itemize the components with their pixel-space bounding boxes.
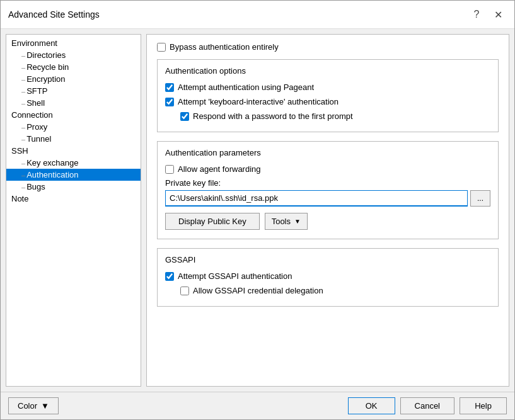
pageant-checkbox[interactable]: [165, 83, 174, 92]
auth-options-title: Authentication options: [165, 66, 490, 76]
sidebar-item-bugs[interactable]: –Bugs: [6, 181, 141, 193]
action-buttons-row: Display Public Key Tools ▼: [165, 213, 490, 230]
sidebar-item-directories[interactable]: –Directories: [6, 49, 141, 61]
gssapi-delegation-label: Allow GSSAPI credential delegation: [193, 286, 323, 295]
sidebar-item-label-directories: Directories: [26, 50, 66, 60]
sidebar-item-label-sftp: SFTP: [26, 86, 47, 96]
sidebar-item-label-encryption: Encryption: [26, 74, 65, 84]
keyboard-checkbox[interactable]: [165, 98, 174, 106]
footer-left: Color ▼: [8, 397, 59, 414]
gssapi-delegation-row: Allow GSSAPI credential delegation: [180, 285, 490, 296]
sidebar-item-connection[interactable]: Connection: [6, 109, 141, 121]
sidebar-item-ssh[interactable]: SSH: [6, 145, 141, 157]
sidebar-item-label-bugs: Bugs: [26, 182, 45, 191]
agent-forwarding-checkbox[interactable]: [165, 165, 174, 174]
content-area: Environment–Directories–Recycle bin–Encr…: [1, 29, 514, 392]
file-input-row: ...: [165, 190, 490, 207]
browse-button[interactable]: ...: [470, 190, 490, 207]
sidebar-item-sftp[interactable]: –SFTP: [6, 85, 141, 97]
tools-button[interactable]: Tools ▼: [265, 213, 308, 230]
agent-forwarding-label: Allow agent forwarding: [178, 164, 261, 174]
auth-params-section: Authentication parameters Allow agent fo…: [157, 141, 499, 239]
dialog-title: Advanced Site Settings: [8, 9, 100, 20]
sidebar-item-label-tunnel: Tunnel: [26, 134, 51, 144]
auth-params-title: Authentication parameters: [165, 148, 490, 157]
pageant-row: Attempt authentication using Pageant: [165, 82, 490, 93]
sidebar-item-label-note: Note: [11, 194, 28, 203]
sidebar-item-label-connection: Connection: [11, 110, 53, 120]
password-label: Respond with a password to the first pro…: [193, 111, 353, 121]
sidebar: Environment–Directories–Recycle bin–Encr…: [6, 34, 141, 387]
sidebar-item-label-authentication: Authentication: [26, 170, 78, 179]
main-panel: Bypass authentication entirely Authentic…: [146, 34, 509, 387]
gssapi-section: GSSAPI Attempt GSSAPI authentication All…: [157, 248, 499, 307]
sidebar-item-shell[interactable]: –Shell: [6, 97, 141, 109]
display-public-key-button[interactable]: Display Public Key: [165, 213, 260, 230]
gssapi-attempt-row: Attempt GSSAPI authentication: [165, 271, 490, 281]
keyboard-row: Attempt 'keyboard-interactive' authentic…: [165, 96, 490, 107]
sidebar-item-encryption[interactable]: –Encryption: [6, 73, 141, 85]
sidebar-item-label-shell: Shell: [26, 98, 45, 108]
color-label: Color: [18, 401, 37, 411]
agent-forwarding-row: Allow agent forwarding: [165, 164, 490, 174]
color-button[interactable]: Color ▼: [8, 397, 59, 414]
sidebar-item-label-recycle-bin: Recycle bin: [26, 62, 69, 72]
cancel-button[interactable]: Cancel: [400, 397, 454, 414]
color-dropdown-arrow: ▼: [41, 401, 49, 411]
bypass-checkbox[interactable]: [157, 43, 166, 52]
password-checkbox[interactable]: [180, 112, 189, 121]
footer: Color ▼ OK Cancel Help: [1, 392, 514, 419]
dialog: Advanced Site Settings ? ✕ Environment–D…: [0, 0, 515, 420]
sidebar-item-recycle-bin[interactable]: –Recycle bin: [6, 61, 141, 73]
keyboard-label: Attempt 'keyboard-interactive' authentic…: [178, 97, 339, 106]
bypass-row: Bypass authentication entirely: [157, 42, 499, 52]
tools-label: Tools: [272, 217, 291, 226]
pageant-label: Attempt authentication using Pageant: [178, 82, 314, 92]
sidebar-item-environment[interactable]: Environment: [6, 37, 141, 49]
footer-right: OK Cancel Help: [348, 397, 507, 414]
help-footer-button[interactable]: Help: [460, 397, 507, 414]
auth-options-section: Authentication options Attempt authentic…: [157, 59, 499, 132]
sidebar-item-proxy[interactable]: –Proxy: [6, 121, 141, 133]
tools-dropdown-arrow: ▼: [294, 218, 301, 225]
sidebar-item-key-exchange[interactable]: –Key exchange: [6, 157, 141, 169]
password-row: Respond with a password to the first pro…: [180, 111, 490, 122]
gssapi-title: GSSAPI: [165, 255, 490, 264]
title-bar-buttons: ? ✕: [468, 6, 507, 23]
gssapi-delegation-checkbox[interactable]: [180, 287, 189, 295]
title-bar: Advanced Site Settings ? ✕: [1, 1, 514, 29]
sidebar-item-label-proxy: Proxy: [26, 122, 47, 132]
sidebar-item-note[interactable]: Note: [6, 193, 141, 205]
bypass-label: Bypass authentication entirely: [170, 42, 279, 52]
help-button[interactable]: ?: [468, 6, 485, 23]
gssapi-attempt-checkbox[interactable]: [165, 272, 174, 281]
sidebar-item-label-environment: Environment: [11, 38, 57, 48]
private-key-input[interactable]: [165, 190, 468, 207]
sidebar-item-tunnel[interactable]: –Tunnel: [6, 133, 141, 145]
private-key-label: Private key file:: [165, 178, 490, 188]
sidebar-item-label-ssh: SSH: [11, 146, 28, 156]
close-button[interactable]: ✕: [489, 6, 507, 23]
sidebar-item-authentication[interactable]: –Authentication: [6, 169, 141, 181]
gssapi-attempt-label: Attempt GSSAPI authentication: [178, 271, 292, 281]
sidebar-item-label-key-exchange: Key exchange: [26, 158, 78, 167]
ok-button[interactable]: OK: [348, 397, 395, 414]
